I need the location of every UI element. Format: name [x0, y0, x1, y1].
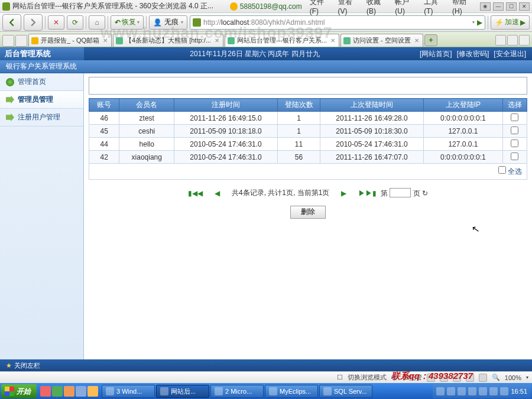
- windows-logo-icon: [5, 387, 14, 396]
- go-page-button[interactable]: ↻: [422, 189, 428, 197]
- status-icon[interactable]: [479, 374, 487, 382]
- menu-account[interactable]: 帐户(U): [395, 0, 417, 15]
- ql-icon[interactable]: [40, 386, 51, 397]
- status-icon[interactable]: [453, 374, 461, 382]
- menu-favorites[interactable]: 收藏(B): [366, 0, 388, 15]
- menu-file[interactable]: 文件(F): [310, 0, 331, 15]
- clock[interactable]: 16:51: [511, 388, 527, 395]
- ql-icon[interactable]: [64, 386, 74, 397]
- tray-icon[interactable]: [500, 387, 508, 395]
- sidebar-item-home[interactable]: 管理首页: [0, 73, 83, 91]
- ie-mode[interactable]: IE托管: [403, 373, 421, 382]
- select-all-checkbox[interactable]: [498, 166, 506, 174]
- tab-close-icon[interactable]: ✕: [413, 37, 420, 44]
- delete-button[interactable]: 删除: [290, 206, 326, 219]
- taskbar-task[interactable]: MyEclips...: [265, 385, 318, 398]
- taskbar-task[interactable]: SQL Serv...: [319, 385, 372, 398]
- tray-icon[interactable]: [436, 387, 445, 395]
- forward-button[interactable]: [24, 14, 43, 31]
- status-icon[interactable]: [427, 374, 435, 382]
- go-button[interactable]: ▶: [477, 18, 482, 27]
- cell-count: 1: [278, 112, 320, 125]
- tab-close-icon[interactable]: ✕: [213, 37, 220, 44]
- tray-icon[interactable]: [447, 387, 455, 395]
- taskbar-task[interactable]: 3 Wind...: [102, 385, 155, 398]
- cell-last: 2011-05-09 10:18:30.0: [320, 125, 424, 138]
- taskbar-task[interactable]: 2 Micro...: [210, 385, 264, 398]
- incognito-button[interactable]: 👤无痕▾: [149, 15, 187, 30]
- speed-button[interactable]: ⚡加速▶: [491, 15, 530, 30]
- stop-button[interactable]: ✕: [48, 15, 64, 30]
- menu-view[interactable]: 查看(V): [338, 0, 359, 15]
- status-icon[interactable]: [466, 374, 474, 382]
- status-icon[interactable]: [440, 374, 448, 382]
- ql-icon[interactable]: [87, 386, 98, 397]
- tab-list-button[interactable]: [2, 35, 14, 47]
- first-page-button[interactable]: ▮◀◀: [188, 189, 203, 197]
- row-checkbox[interactable]: [511, 113, 518, 121]
- row-checkbox[interactable]: [511, 140, 518, 147]
- link-logout[interactable]: [安全退出]: [494, 49, 526, 59]
- last-page-button[interactable]: ▶▶▮: [358, 189, 377, 197]
- tab-3[interactable]: 访问设置 - 空间设置✕: [340, 34, 423, 47]
- tray-icon[interactable]: [479, 387, 487, 395]
- skin-button[interactable]: ❀: [480, 2, 491, 11]
- taskbar-task[interactable]: 网站后...: [156, 385, 209, 398]
- tray-icon[interactable]: [468, 387, 476, 395]
- start-button[interactable]: 开始: [1, 384, 37, 398]
- task-icon: [323, 387, 332, 395]
- cell-name: ztest: [119, 112, 174, 125]
- prev-page-button[interactable]: ◀: [215, 189, 220, 197]
- minimize-button[interactable]: —: [493, 2, 504, 11]
- cell-ip: 127.0.0.1: [424, 125, 503, 138]
- address-bar[interactable]: http://localhost:8080/yhkh/Admin.shtml ▾…: [190, 15, 485, 30]
- link-home[interactable]: [网站首页]: [420, 49, 452, 59]
- cell-name: ceshi: [119, 125, 174, 138]
- qq-account[interactable]: 58850198@qq.com: [240, 2, 302, 11]
- row-checkbox[interactable]: [511, 153, 518, 160]
- window-title: 网站后台管理---银行客户关系管理系统 - 360安全浏览器 4.0 正...: [12, 1, 213, 11]
- task-icon: [160, 387, 168, 395]
- tab-2[interactable]: 网站后台管理---银行客户关系...✕: [225, 34, 339, 47]
- page-input[interactable]: [390, 188, 411, 197]
- url-text: http://localhost:8080/yhkh/Admin.shtml: [203, 18, 325, 27]
- tray-icon[interactable]: [458, 387, 466, 395]
- fav-button[interactable]: [15, 35, 27, 47]
- back-button[interactable]: [2, 14, 21, 31]
- link-password[interactable]: [修改密码]: [457, 49, 489, 59]
- tray-icon[interactable]: [489, 387, 498, 395]
- menu-help[interactable]: 帮助(H): [452, 0, 474, 15]
- switch-mode-link[interactable]: 切换浏览模式: [348, 373, 387, 382]
- collapse-sidebar-link[interactable]: 关闭左栏: [14, 361, 40, 370]
- ql-icon[interactable]: [52, 386, 63, 397]
- star-icon: ★: [6, 362, 12, 369]
- tab-0[interactable]: 开题报告_ - QQ邮箱✕: [28, 34, 112, 47]
- arrow-icon: [6, 96, 14, 104]
- next-page-button[interactable]: ▶: [341, 189, 346, 197]
- select-all-link[interactable]: 全选: [498, 167, 522, 176]
- table-row: 45ceshi2011-05-09 10:18:18.012011-05-09 …: [89, 125, 527, 138]
- col-ip: 上次登陆IP: [424, 99, 503, 112]
- sidebar-item-users[interactable]: 注册用户管理: [0, 109, 83, 126]
- cell-id: 42: [89, 151, 119, 164]
- ql-icon[interactable]: [76, 386, 86, 397]
- tab-tool-1[interactable]: [495, 35, 506, 46]
- cell-reg: 2011-11-26 16:49:15.0: [174, 112, 278, 125]
- tab-close-icon[interactable]: ✕: [329, 37, 336, 44]
- reload-button[interactable]: ⟳: [67, 15, 83, 30]
- restore-button[interactable]: ↶恢复▾: [111, 15, 144, 30]
- tab-tool-2[interactable]: [507, 35, 518, 46]
- menu-tools[interactable]: 工具(T): [424, 0, 445, 15]
- maximize-button[interactable]: ☐: [506, 2, 517, 11]
- zoom-level[interactable]: 100%: [505, 374, 521, 381]
- tab-1[interactable]: 【4条新动态】大熊猫 [http:/...✕: [113, 34, 223, 47]
- close-button[interactable]: ✕: [519, 2, 530, 11]
- zoom-icon[interactable]: 🔍: [492, 374, 500, 381]
- tab-close-icon[interactable]: ✕: [102, 37, 109, 44]
- home-button[interactable]: ⌂: [89, 15, 105, 30]
- url-dropdown-icon[interactable]: ▾: [472, 20, 475, 25]
- tab-tool-3[interactable]: [519, 35, 530, 46]
- sidebar-item-admin[interactable]: 管理员管理: [0, 91, 83, 109]
- new-tab-button[interactable]: +: [424, 34, 437, 46]
- row-checkbox[interactable]: [511, 126, 518, 134]
